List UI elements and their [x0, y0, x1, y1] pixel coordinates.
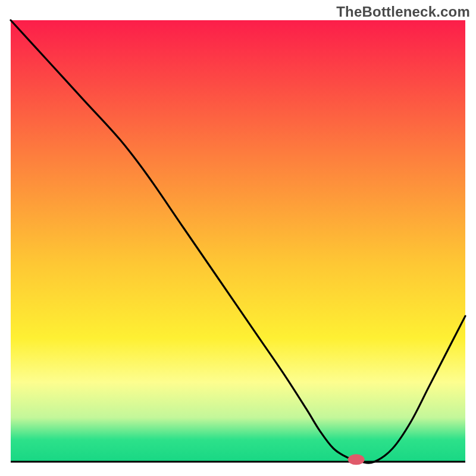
optimal-marker	[348, 454, 365, 465]
chart-stage: TheBottleneck.com	[0, 0, 476, 476]
chart-svg	[0, 0, 476, 476]
watermark-text: TheBottleneck.com	[336, 4, 470, 20]
gradient-bg	[11, 20, 465, 462]
plot-area	[11, 20, 465, 465]
